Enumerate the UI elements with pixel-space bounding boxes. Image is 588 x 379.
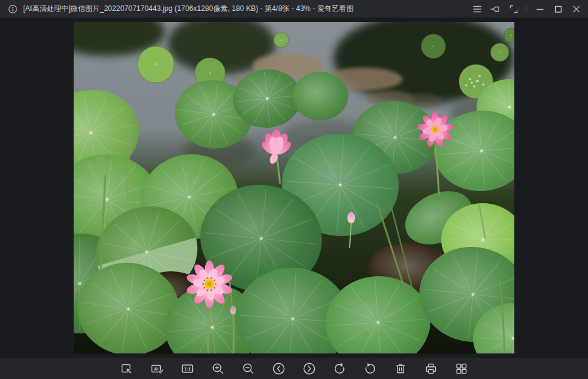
minimize-icon: [534, 3, 546, 15]
rotate-right-icon: [363, 361, 377, 376]
close-button[interactable]: [567, 1, 586, 18]
ratio-icon-label: 1:1: [184, 366, 192, 372]
actual-size-icon: 1:1: [180, 361, 195, 376]
ai-enhance-icon: AI: [150, 361, 164, 376]
titlebar-divider: [527, 5, 527, 13]
rotate-left-icon: [332, 361, 347, 376]
browse-mode-button[interactable]: [449, 359, 474, 378]
minimize-button[interactable]: [531, 1, 549, 18]
actual-size-button[interactable]: 1:1: [175, 359, 200, 378]
zoom-out-icon: [241, 361, 256, 376]
previous-image-button[interactable]: [267, 359, 291, 378]
maximize-button[interactable]: [549, 1, 567, 18]
photo-canvas: [74, 22, 514, 353]
screenshot-button[interactable]: [114, 359, 139, 378]
photo-viewport[interactable]: [74, 22, 514, 353]
titlebar[interactable]: [AI高清处理中]微信图片_20220707170443.jpg (1706x1…: [0, 0, 588, 18]
fullscreen-button[interactable]: [505, 1, 523, 18]
window-title: [AI高清处理中]微信图片_20220707170443.jpg (1706x1…: [23, 4, 354, 14]
rotate-left-button[interactable]: [327, 359, 352, 378]
pin-button[interactable]: [486, 1, 505, 18]
toolbar: AI 1:1: [0, 358, 588, 379]
fullscreen-icon: [508, 3, 520, 15]
rotate-right-button[interactable]: [358, 359, 382, 378]
next-icon: [302, 361, 317, 376]
zoom-out-button[interactable]: [236, 359, 261, 378]
zoom-in-button[interactable]: [206, 359, 230, 378]
menu-button[interactable]: [468, 1, 486, 18]
zoom-in-icon: [211, 361, 225, 376]
browse-mode-icon: [454, 361, 469, 376]
next-image-button[interactable]: [297, 359, 321, 378]
delete-icon: [393, 361, 408, 376]
print-button[interactable]: [419, 359, 443, 378]
screenshot-icon: [119, 361, 134, 376]
delete-button[interactable]: [388, 359, 413, 378]
maximize-icon: [552, 3, 564, 15]
ai-icon-label: AI: [154, 366, 159, 372]
close-icon: [570, 3, 583, 15]
menu-icon: [471, 3, 483, 15]
window-controls: [468, 0, 588, 18]
previous-icon: [271, 361, 286, 376]
pin-icon: [489, 3, 502, 15]
print-icon: [424, 361, 438, 376]
ai-enhance-button[interactable]: AI: [145, 359, 169, 378]
info-icon[interactable]: [7, 4, 18, 15]
